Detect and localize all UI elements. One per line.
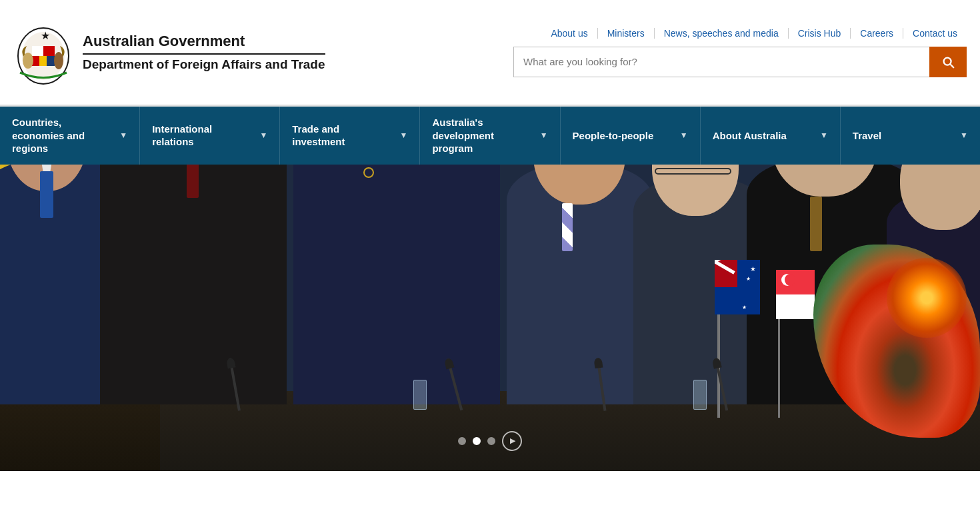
- search-row: [513, 47, 967, 77]
- australian-flag-cloth: ★ ★ ★: [715, 260, 760, 314]
- person-2-tie: [187, 165, 199, 198]
- top-nav-area: About us Ministers News, speeches and me…: [325, 28, 967, 77]
- water-glass-2: [693, 380, 707, 410]
- coat-of-arms-icon: ★: [13, 19, 73, 86]
- nav-label-development: Australia's development program: [432, 116, 534, 155]
- top-nav-about-us[interactable]: About us: [541, 28, 597, 39]
- svg-rect-7: [47, 56, 55, 66]
- search-button[interactable]: [929, 47, 967, 77]
- logo-text: Australian Government Department of Fore…: [83, 33, 325, 71]
- top-nav-contact[interactable]: Contact us: [903, 28, 967, 39]
- nav-label-trade: Trade and investment: [292, 123, 394, 149]
- hero-section: ★ ★ ★ ▶: [0, 165, 980, 471]
- logo-area: ★ Australian Government Department of Fo…: [13, 19, 325, 86]
- nav-item-development[interactable]: Australia's development program ▼: [420, 107, 560, 165]
- top-nav-careers[interactable]: Careers: [851, 28, 903, 39]
- slide-indicators: ▶: [458, 431, 522, 451]
- person-3-body: [293, 165, 500, 404]
- main-nav: Countries, economies and regions ▼ Inter…: [0, 107, 980, 165]
- singapore-flag-cloth: [776, 270, 815, 319]
- nav-item-trade[interactable]: Trade and investment ▼: [280, 107, 420, 165]
- person-5-glasses: [655, 168, 731, 175]
- svg-rect-3: [32, 46, 43, 56]
- top-nav-ministers[interactable]: Ministers: [598, 28, 655, 39]
- flowers-accent: [887, 258, 967, 338]
- nav-label-about-australia: About Australia: [713, 129, 815, 143]
- chevron-down-icon: ▼: [400, 131, 408, 140]
- svg-rect-6: [39, 56, 47, 66]
- person-6-tie: [810, 197, 822, 251]
- site-header: ★ Australian Government Department of Fo…: [0, 0, 980, 107]
- chevron-down-icon: ▼: [680, 131, 688, 140]
- person-3-pin: [363, 167, 374, 178]
- person-2-body: [100, 165, 287, 404]
- slide-dot-1[interactable]: [458, 437, 466, 445]
- slideshow-play-button[interactable]: ▶: [502, 431, 522, 451]
- water-glass: [413, 380, 427, 410]
- department-name: Department of Foreign Affairs and Trade: [83, 53, 325, 72]
- chevron-down-icon: ▼: [259, 131, 267, 140]
- search-input[interactable]: [513, 47, 929, 77]
- nav-item-about-australia[interactable]: About Australia ▼: [701, 107, 841, 165]
- top-nav: About us Ministers News, speeches and me…: [541, 28, 967, 39]
- person-1-tie: [40, 171, 53, 218]
- hero-image: ★ ★ ★: [0, 165, 980, 471]
- nav-label-travel: Travel: [853, 129, 955, 143]
- chevron-down-icon: ▼: [119, 131, 127, 140]
- svg-point-8: [23, 53, 33, 69]
- government-name: Australian Government: [83, 33, 325, 50]
- person-4-tie: [562, 203, 573, 251]
- svg-text:★: ★: [41, 30, 50, 41]
- nav-item-people[interactable]: People-to-people ▼: [561, 107, 701, 165]
- svg-rect-4: [43, 46, 55, 56]
- nav-label-countries: Countries, economies and regions: [12, 116, 114, 155]
- search-icon: [941, 55, 955, 69]
- nav-label-people: People-to-people: [573, 129, 675, 143]
- slide-dot-2[interactable]: [473, 437, 481, 445]
- nav-label-international: International relations: [152, 123, 254, 149]
- nav-item-travel[interactable]: Travel ▼: [841, 107, 980, 165]
- slide-dot-3[interactable]: [487, 437, 495, 445]
- svg-point-9: [54, 52, 63, 69]
- chevron-down-icon: ▼: [960, 131, 968, 140]
- chevron-down-icon: ▼: [540, 131, 548, 140]
- top-nav-crisis-hub[interactable]: Crisis Hub: [789, 28, 851, 39]
- top-nav-news[interactable]: News, speeches and media: [655, 28, 789, 39]
- nav-item-countries[interactable]: Countries, economies and regions ▼: [0, 107, 140, 165]
- nav-item-international[interactable]: International relations ▼: [140, 107, 280, 165]
- chevron-down-icon: ▼: [820, 131, 828, 140]
